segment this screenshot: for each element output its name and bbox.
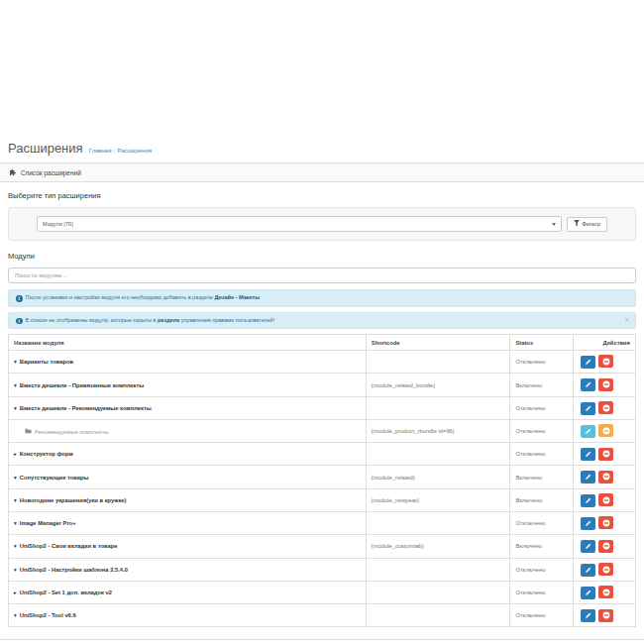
module-name: UniShop2 - Tool v6.6 <box>20 612 76 618</box>
panel-body: Выберите тип расширения Модули (70) Филь… <box>0 182 644 639</box>
uninstall-button[interactable] <box>598 586 613 598</box>
module-shortcode <box>366 443 510 466</box>
filter-button[interactable]: Фильтр <box>567 217 607 232</box>
module-shortcode <box>366 396 510 419</box>
table-row: ▸UniShop2 - Set 1 доп. вкладок v2 Отключ… <box>9 581 636 603</box>
minus-circle-icon <box>602 611 610 619</box>
pencil-icon <box>585 543 591 550</box>
extension-type-select[interactable]: Модули (70) <box>37 216 562 232</box>
minus-circle-icon <box>602 404 610 412</box>
caret-down-icon[interactable]: ▾ <box>14 612 17 618</box>
module-shortcode: {module_related} <box>366 466 510 488</box>
uninstall-button[interactable] <box>598 516 613 529</box>
folder-icon <box>25 428 32 435</box>
caret-right-icon[interactable]: ▸ <box>14 590 17 595</box>
table-row: ▾Сопутствующие товары {module_related} В… <box>9 466 636 488</box>
breadcrumb-separator: / <box>113 148 115 154</box>
breadcrumb-current-link[interactable]: Расширения <box>117 148 152 154</box>
module-name: Конструктор форм <box>20 451 73 457</box>
module-search-input[interactable] <box>8 268 636 283</box>
uninstall-button[interactable] <box>598 401 613 414</box>
uninstall-button[interactable] <box>598 493 613 506</box>
edit-button[interactable] <box>581 587 595 599</box>
uninstall-button[interactable] <box>598 609 613 622</box>
breadcrumb-home-link[interactable]: Главная <box>89 148 112 154</box>
caret-down-icon[interactable]: ▾ <box>14 567 17 573</box>
module-shortcode: {module_product_rbundle id=96} <box>366 419 510 442</box>
edit-button[interactable] <box>581 517 595 530</box>
alert-text: В списке не отображены модули, которые с… <box>26 317 158 323</box>
module-status: Отключено <box>510 351 573 374</box>
modules-section-title: Модули <box>8 252 636 261</box>
module-shortcode: {module_newyear} <box>366 488 510 511</box>
filter-section-title: Выберите тип расширения <box>8 191 636 200</box>
uninstall-button[interactable] <box>598 471 613 483</box>
caret-down-icon[interactable]: ▾ <box>14 382 17 388</box>
close-icon[interactable]: × <box>625 316 629 324</box>
table-row: ▾UniShop2 - Tool v6.6 Отключено <box>9 604 636 627</box>
module-name: Image Manager Pro+ <box>20 520 76 526</box>
panel-title: Список расширений <box>21 169 81 176</box>
edit-button[interactable] <box>581 540 595 553</box>
uninstall-button[interactable] <box>598 448 613 461</box>
hidden-modules-alert: iВ списке не отображены модули, которые … <box>8 312 636 330</box>
extension-type-well: Модули (70) Фильтр <box>8 207 636 241</box>
funnel-icon <box>574 220 580 228</box>
edit-button[interactable] <box>581 471 595 483</box>
module-status: Отключено <box>510 512 573 535</box>
minus-circle-icon <box>602 450 610 458</box>
edit-button[interactable] <box>581 356 595 369</box>
pencil-icon <box>585 381 591 388</box>
module-shortcode: {module_related_bundle} <box>366 374 510 396</box>
extension-type-value: Модули (70) <box>43 221 73 227</box>
edit-button[interactable] <box>581 494 595 507</box>
pencil-icon <box>585 428 591 435</box>
permissions-section-link[interactable]: разделе <box>158 317 179 323</box>
column-header-status: Status <box>510 335 573 351</box>
alert-text: управления правами пользователей! <box>179 317 274 323</box>
pencil-icon <box>585 405 591 412</box>
uninstall-button[interactable] <box>598 540 613 553</box>
caret-down-icon[interactable]: ▾ <box>14 543 17 549</box>
edit-button[interactable] <box>581 378 595 391</box>
module-status: Включено <box>510 466 573 488</box>
pencil-icon <box>585 520 591 527</box>
minus-circle-icon <box>602 380 610 388</box>
caret-down-icon[interactable]: ▾ <box>14 405 17 411</box>
table-row: Рекомендуемые комплекты {module_product_… <box>9 419 636 442</box>
uninstall-button[interactable] <box>598 563 613 576</box>
minus-circle-icon <box>602 519 610 527</box>
module-name: UniShop2 - Настройки шаблона 2.5.4.0 <box>20 567 128 573</box>
caret-down-icon[interactable]: ▾ <box>14 475 17 481</box>
module-name: Варианты товаров <box>20 359 73 365</box>
module-shortcode <box>366 351 510 374</box>
caret-down-icon[interactable]: ▾ <box>14 497 17 503</box>
table-row: ▾Новогодние украшения(уки в кружке) {mod… <box>9 488 636 511</box>
uninstall-button[interactable] <box>598 355 613 368</box>
module-shortcode <box>366 604 510 627</box>
design-layouts-link[interactable]: Дизайн - Макеты <box>214 294 259 300</box>
module-name: Вместе дешевле - Привязанные комплекты <box>20 382 145 388</box>
caret-right-icon[interactable]: ▸ <box>14 451 17 457</box>
page-title: Расширения <box>8 142 83 156</box>
table-row: ▾Image Manager Pro+ Отключено <box>9 512 636 535</box>
edit-button[interactable] <box>581 402 595 415</box>
minus-circle-icon <box>602 589 610 596</box>
module-status: Включено <box>510 488 573 511</box>
uninstall-button[interactable] <box>598 424 613 437</box>
alert-text: После установки и настройки модуля его н… <box>26 294 215 300</box>
minus-circle-icon <box>602 473 610 481</box>
module-status: Отключено <box>510 604 573 627</box>
edit-button[interactable] <box>581 448 595 461</box>
minus-circle-icon <box>602 566 610 574</box>
module-name: Сопутствующие товары <box>20 475 89 481</box>
edit-button[interactable] <box>581 609 595 622</box>
info-circle-icon: i <box>16 295 23 302</box>
panel-heading: Список расширений <box>0 163 644 182</box>
uninstall-button[interactable] <box>598 378 613 391</box>
caret-down-icon[interactable]: ▾ <box>14 520 17 526</box>
pencil-icon <box>585 359 591 366</box>
edit-button[interactable] <box>581 425 595 438</box>
edit-button[interactable] <box>581 564 595 577</box>
caret-down-icon[interactable]: ▾ <box>14 359 17 365</box>
